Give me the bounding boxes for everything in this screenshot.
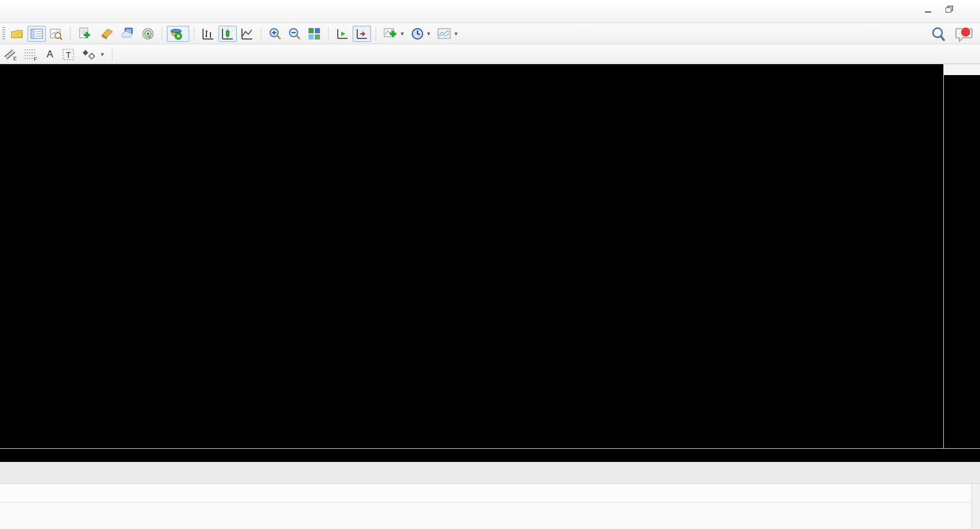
menu-bar — [0, 0, 980, 23]
notification-badge — [961, 27, 971, 37]
equidistant-channel-button[interactable]: E — [1, 46, 20, 62]
search-icon[interactable] — [931, 26, 947, 45]
toolbar-line-studies: E F A T ▼ — [0, 45, 980, 64]
candlestick-icon — [221, 27, 235, 41]
line-chart-icon — [240, 27, 254, 41]
toolbar-standard: ▼ ▼ ▼ — [0, 23, 980, 44]
metaquotes-services-button[interactable] — [118, 26, 138, 42]
zoom-out-button[interactable] — [286, 26, 304, 42]
text-button[interactable]: A — [42, 46, 58, 62]
trade-history-panel — [0, 484, 980, 529]
history-center-button[interactable] — [97, 26, 117, 42]
restore-button[interactable] — [940, 2, 957, 17]
notifications-button[interactable] — [955, 25, 974, 46]
toolbar-separator — [194, 27, 194, 41]
fibonacci-icon: F — [24, 48, 38, 61]
autotrading-button[interactable] — [167, 26, 189, 42]
auto-scroll-icon — [335, 27, 349, 41]
tile-windows-button[interactable] — [305, 26, 323, 42]
window-controls — [919, 2, 978, 17]
mt-terminal-window: ▼ ▼ ▼ E F A T ▼ — [0, 0, 980, 529]
arrows-shapes-button[interactable]: ▼ — [79, 46, 107, 62]
toolbar-separator — [328, 27, 329, 41]
data-window-icon — [49, 28, 63, 40]
svg-text:T: T — [66, 50, 71, 60]
tile-windows-icon — [307, 27, 321, 41]
auto-scroll-button[interactable] — [333, 26, 352, 42]
bar-chart-button[interactable] — [199, 26, 217, 42]
history-table-header[interactable] — [0, 484, 971, 503]
periods-button[interactable]: ▼ — [408, 26, 434, 42]
time-axis[interactable] — [0, 448, 980, 462]
computer-cloud-icon — [120, 27, 135, 41]
bar-chart-icon — [201, 27, 215, 41]
toolbar-separator — [261, 27, 261, 41]
zoom-in-button[interactable] — [266, 26, 284, 42]
profiles-button[interactable] — [8, 26, 26, 42]
chart-shift-button[interactable] — [353, 26, 371, 42]
toolbar-drag-handle[interactable] — [2, 27, 5, 41]
templates-button[interactable]: ▼ — [435, 26, 461, 42]
templates-icon — [437, 28, 452, 40]
candlestick-plot — [0, 64, 980, 462]
indicators-icon — [383, 27, 398, 41]
folder-star-icon — [10, 28, 24, 40]
signal-icon — [141, 27, 155, 41]
chevron-down-icon: ▼ — [454, 31, 459, 37]
market-watch-icon — [30, 28, 44, 40]
fibonacci-button[interactable]: F — [21, 46, 41, 62]
chevron-down-icon: ▼ — [400, 31, 405, 37]
chart-tabs-bar — [0, 462, 980, 484]
toolbar-separator — [112, 48, 112, 61]
toolbar-separator — [162, 27, 162, 41]
current-price-tag — [944, 64, 980, 75]
chevron-down-icon: ▼ — [426, 31, 431, 37]
gold-book-icon — [100, 27, 115, 41]
indicators-button[interactable]: ▼ — [381, 26, 407, 42]
toolbar-separator — [376, 27, 376, 41]
data-window-button[interactable] — [47, 26, 65, 42]
line-chart-button[interactable] — [238, 26, 256, 42]
clock-icon — [411, 27, 424, 41]
close-button[interactable] — [961, 2, 978, 17]
label-button[interactable]: T — [59, 46, 77, 62]
minimize-button[interactable] — [919, 2, 936, 17]
new-order-button[interactable] — [75, 26, 96, 42]
autotrading-cart-icon — [169, 27, 184, 41]
chart-area[interactable] — [0, 64, 980, 462]
svg-text:E: E — [13, 56, 17, 61]
chart-shift-icon — [355, 27, 369, 41]
price-axis-line — [943, 64, 944, 462]
signals-button[interactable] — [139, 26, 157, 42]
chevron-down-icon: ▼ — [100, 52, 105, 57]
zoom-in-icon — [268, 27, 282, 41]
channel-icon: E — [3, 48, 18, 61]
svg-text:F: F — [34, 56, 37, 61]
zoom-out-icon — [288, 27, 302, 41]
text-label-icon: T — [61, 48, 75, 61]
candlestick-chart-button[interactable] — [218, 26, 237, 42]
market-watch-button[interactable] — [28, 26, 46, 42]
toolbar-separator — [70, 27, 71, 41]
vertical-scrollbar[interactable] — [971, 484, 980, 529]
text-a-icon: A — [46, 49, 53, 60]
new-order-icon — [77, 27, 91, 41]
shapes-icon — [81, 48, 98, 61]
